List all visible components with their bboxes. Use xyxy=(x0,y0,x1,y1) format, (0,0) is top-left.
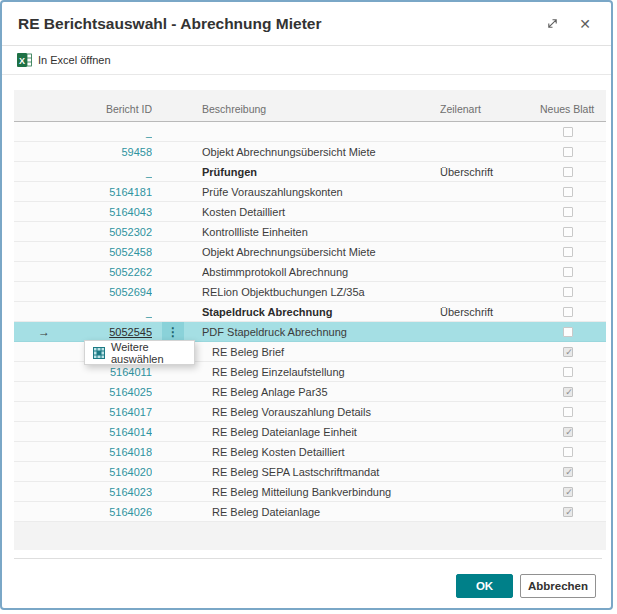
table-row[interactable]: 5052694RELion Objektbuchungen LZ/35a xyxy=(14,282,606,302)
report-id-link[interactable]: 5164017 xyxy=(109,406,152,418)
report-table: Bericht ID Beschreibung Zeilenart Neues … xyxy=(14,90,606,550)
select-more-icon xyxy=(93,347,105,359)
neues-blatt-checkbox[interactable] xyxy=(563,167,573,177)
table-row[interactable]: 5164181Prüfe Vorauszahlungskonten xyxy=(14,182,606,202)
report-id-link[interactable]: _ xyxy=(146,306,152,318)
table-header-row: Bericht ID Beschreibung Zeilenart Neues … xyxy=(14,90,606,122)
description-text: RE Beleg Brief xyxy=(212,346,284,358)
context-menu-item-weitere-auswaehlen[interactable]: Weitere auswählen xyxy=(111,341,186,365)
description-text: RE Beleg SEPA Lastschriftmandat xyxy=(212,466,379,478)
report-id-link[interactable]: 5052262 xyxy=(109,266,152,278)
column-header-zeilenart[interactable]: Zeilenart xyxy=(440,103,528,115)
neues-blatt-checkbox[interactable] xyxy=(563,367,573,377)
report-id-link[interactable]: 5164011 xyxy=(110,366,152,378)
context-menu: Weitere auswählen xyxy=(84,340,195,365)
report-id-link[interactable]: 5164181 xyxy=(109,186,152,198)
report-id-link[interactable]: 5164018 xyxy=(109,446,152,458)
neues-blatt-checkbox[interactable] xyxy=(563,267,573,277)
table-body: _59458Objekt Abrechnungsübersicht Miete_… xyxy=(14,122,606,522)
description-text: Kontrollliste Einheiten xyxy=(202,226,308,238)
report-id-link[interactable]: 5164014 xyxy=(109,426,152,438)
column-header-beschreibung[interactable]: Beschreibung xyxy=(202,103,440,115)
expand-icon[interactable] xyxy=(544,16,560,32)
neues-blatt-checkbox[interactable] xyxy=(563,287,573,297)
report-id-link[interactable]: 5052545 xyxy=(109,326,152,338)
table-row[interactable]: 5164023RE Beleg Mitteilung Bankverbindun… xyxy=(14,482,606,502)
neues-blatt-checkbox[interactable] xyxy=(563,327,573,337)
report-id-link[interactable]: 5052694 xyxy=(109,286,152,298)
neues-blatt-checkbox[interactable] xyxy=(563,147,573,157)
table-row[interactable]: 5164017RE Beleg Vorauszahlung Details xyxy=(14,402,606,422)
table-row[interactable]: 5164018RE Beleg Kosten Detailliert xyxy=(14,442,606,462)
neues-blatt-checkbox[interactable] xyxy=(563,227,573,237)
neues-blatt-checkbox[interactable] xyxy=(563,247,573,257)
report-id-link[interactable]: 5164026 xyxy=(109,506,152,518)
neues-blatt-checkbox[interactable] xyxy=(563,507,573,517)
open-in-excel-action[interactable]: X In Excel öffnen xyxy=(17,53,111,67)
report-id-link[interactable]: 5052458 xyxy=(109,246,152,258)
report-id-link[interactable]: 5164020 xyxy=(109,466,152,478)
excel-icon: X xyxy=(17,53,32,67)
description-text: RE Beleg Anlage Par35 xyxy=(212,386,328,398)
report-id-link[interactable]: 59458 xyxy=(121,146,152,158)
neues-blatt-checkbox[interactable] xyxy=(563,407,573,417)
description-text: RE Beleg Dateianlage xyxy=(212,506,320,518)
neues-blatt-checkbox[interactable] xyxy=(563,427,573,437)
zeilenart-text: Überschrift xyxy=(440,306,493,318)
table-row[interactable]: 5164011RE Beleg Einzelaufstellung xyxy=(14,362,606,382)
table-row[interactable]: 59458Objekt Abrechnungsübersicht Miete xyxy=(14,142,606,162)
description-text: RELion Objektbuchungen LZ/35a xyxy=(202,286,365,298)
table-row[interactable]: 5052458Objekt Abrechnungsübersicht Miete xyxy=(14,242,606,262)
close-icon[interactable]: ✕ xyxy=(577,16,593,32)
neues-blatt-checkbox[interactable] xyxy=(563,447,573,457)
zeilenart-text: Überschrift xyxy=(440,166,493,178)
report-id-link[interactable]: 5052302 xyxy=(109,226,152,238)
table-row[interactable]: _Stapeldruck AbrechnungÜberschrift xyxy=(14,302,606,322)
table-row[interactable]: →5052545⋮PDF Stapeldruck Abrechnung xyxy=(14,322,606,342)
table-row[interactable]: 5164020RE Beleg SEPA Lastschriftmandat xyxy=(14,462,606,482)
description-text: Objekt Abrechnungsübersicht Miete xyxy=(202,146,376,158)
neues-blatt-checkbox[interactable] xyxy=(563,467,573,477)
neues-blatt-checkbox[interactable] xyxy=(563,307,573,317)
report-id-link[interactable]: _ xyxy=(146,126,152,138)
page-title: RE Berichtsauswahl - Abrechnung Mieter xyxy=(18,15,321,33)
description-text: RE Beleg Mitteilung Bankverbindung xyxy=(212,486,391,498)
report-id-link[interactable]: 5164025 xyxy=(109,386,152,398)
neues-blatt-checkbox[interactable] xyxy=(563,347,573,357)
cancel-button[interactable]: Abbrechen xyxy=(520,574,596,598)
neues-blatt-checkbox[interactable] xyxy=(563,127,573,137)
neues-blatt-checkbox[interactable] xyxy=(563,207,573,217)
report-id-link[interactable]: 5164043 xyxy=(109,206,152,218)
selected-row-arrow-icon: → xyxy=(14,325,50,339)
table-row[interactable]: 5164026RE Beleg Dateianlage xyxy=(14,502,606,522)
footer-button-bar: OK Abbrechen xyxy=(456,574,596,598)
description-text: RE Beleg Kosten Detailliert xyxy=(212,446,345,458)
description-text: Prüfe Vorauszahlungskonten xyxy=(202,186,343,198)
report-id-link[interactable]: _ xyxy=(146,166,152,178)
table-row[interactable]: 5164043Kosten Detailliert xyxy=(14,202,606,222)
action-bar: X In Excel öffnen xyxy=(2,46,611,75)
table-row[interactable]: 5052302Kontrollliste Einheiten xyxy=(14,222,606,242)
report-id-link[interactable]: 5164023 xyxy=(109,486,152,498)
description-text: RE Beleg Dateianlage Einheit xyxy=(212,426,357,438)
footer-divider xyxy=(14,558,602,559)
description-text: Stapeldruck Abrechnung xyxy=(202,306,332,318)
neues-blatt-checkbox[interactable] xyxy=(563,187,573,197)
table-row[interactable]: 5164025RE Beleg Anlage Par35 xyxy=(14,382,606,402)
ellipsis-menu-button[interactable]: ⋮ xyxy=(162,322,184,342)
neues-blatt-checkbox[interactable] xyxy=(563,387,573,397)
ok-button[interactable]: OK xyxy=(456,574,513,598)
neues-blatt-checkbox[interactable] xyxy=(563,487,573,497)
description-text: Objekt Abrechnungsübersicht Miete xyxy=(202,246,376,258)
table-row[interactable]: _PrüfungenÜberschrift xyxy=(14,162,606,182)
column-header-neues-blatt[interactable]: Neues Blatt xyxy=(528,103,606,115)
description-text: Abstimmprotokoll Abrechnung xyxy=(202,266,348,278)
description-text: Prüfungen xyxy=(202,166,257,178)
column-header-bericht-id[interactable]: Bericht ID xyxy=(54,103,152,115)
table-row[interactable]: _ xyxy=(14,122,606,142)
description-text: Kosten Detailliert xyxy=(202,206,285,218)
table-row[interactable]: 5052262Abstimmprotokoll Abrechnung xyxy=(14,262,606,282)
title-bar: RE Berichtsauswahl - Abrechnung Mieter ✕ xyxy=(2,2,611,46)
description-text: RE Beleg Einzelaufstellung xyxy=(212,366,345,378)
table-row[interactable]: 5164014RE Beleg Dateianlage Einheit xyxy=(14,422,606,442)
